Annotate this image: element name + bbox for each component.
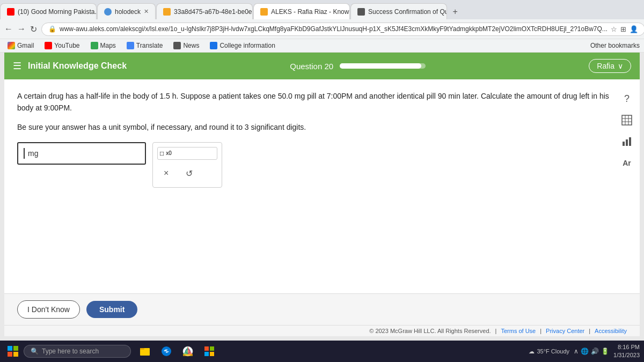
bookmark-translate[interactable]: Translate — [123, 41, 166, 50]
back-button[interactable]: ← — [4, 21, 13, 36]
text-icon: Ar — [623, 159, 631, 167]
tab-aleks-main[interactable]: ALEKS - Rafia Riaz - Knowledge... ✕ — [253, 3, 350, 19]
address-bar[interactable]: 🔒 www-awu.aleks.com/alekscgi/x/lsl.exe/1… — [41, 23, 644, 36]
tray-expand-icon[interactable]: ∧ — [574, 348, 579, 355]
svg-rect-14 — [204, 346, 209, 351]
user-name-label: Rafia — [597, 62, 614, 70]
tab-label-aleks-id: 33a8d475-a67b-48e1-be0e-115... — [174, 8, 253, 16]
cursor-bar — [24, 148, 25, 159]
taskbar-clock: 8:16 PM 1/31/2023 — [613, 343, 640, 360]
tab-close-holodeck[interactable]: ✕ — [144, 8, 149, 15]
terms-link[interactable]: Terms of Use — [501, 328, 536, 334]
separator-2: | — [540, 328, 541, 334]
file-explorer-icon — [139, 345, 151, 357]
edge-icon — [160, 345, 172, 357]
taskbar-edge-button[interactable] — [157, 342, 176, 361]
submit-button[interactable]: Submit — [86, 301, 137, 318]
network-icon[interactable]: 🌐 — [581, 348, 589, 355]
new-tab-button[interactable]: + — [448, 4, 463, 19]
clear-button[interactable]: × — [157, 166, 175, 181]
unit-label: mg — [28, 149, 38, 158]
table-icon — [621, 115, 632, 125]
taskbar-chrome-button[interactable] — [178, 342, 197, 361]
tab-success[interactable]: Success Confirmation of Questio... ✕ — [350, 3, 447, 19]
chevron-down-icon: ∨ — [618, 62, 623, 70]
url-text: www-awu.aleks.com/alekscgi/x/lsl.exe/1o_… — [60, 25, 608, 33]
forward-button[interactable]: → — [17, 21, 26, 36]
answer-area: mg □ x0 × ↺ — [17, 142, 627, 188]
profile-icon[interactable]: 👤 — [630, 25, 638, 33]
maps-icon — [91, 42, 98, 49]
tab-holodeck[interactable]: holodeck ✕ — [97, 3, 156, 19]
bookmark-gmail[interactable]: Gmail — [4, 41, 37, 50]
answer-input-box[interactable]: mg — [17, 142, 146, 165]
help-button[interactable]: ? — [618, 90, 635, 107]
bookmark-translate-label: Translate — [136, 42, 163, 49]
address-bar-row: ← → ↻ 🔒 www-awu.aleks.com/alekscgi/x/lsl… — [0, 19, 644, 39]
tab-youtube[interactable]: (10) Good Morning Pakista... ✕ — [0, 3, 97, 19]
taskbar: 🔍 Type here to search — [0, 341, 644, 362]
svg-rect-5 — [623, 142, 625, 146]
taskbar-store-button[interactable] — [200, 342, 219, 361]
accessibility-link[interactable]: Accessibility — [595, 328, 627, 334]
tab-favicon-holodeck — [104, 8, 112, 16]
aleks-footer: I Don't Know Submit — [4, 293, 640, 325]
hamburger-button[interactable]: ☰ — [13, 60, 21, 72]
question-label: Question 20 — [290, 62, 426, 71]
dont-know-button[interactable]: I Don't Know — [17, 300, 80, 319]
tab-label-success: Success Confirmation of Questio... — [368, 8, 447, 16]
question-number: Question 20 — [290, 62, 333, 71]
bookmark-college[interactable]: College information — [207, 41, 278, 50]
chart-button[interactable] — [618, 133, 635, 150]
undo-button[interactable]: ↺ — [179, 166, 199, 181]
symbol-panel: □ x0 × ↺ — [152, 142, 222, 188]
browser-window: (10) Good Morning Pakista... ✕ holodeck … — [0, 0, 644, 341]
bookmark-star-icon[interactable]: ☆ — [611, 25, 617, 33]
aleks-container: ☰ Initial Knowledge Check Question 20 Ra… — [4, 53, 640, 336]
other-bookmarks[interactable]: Other bookmarks — [590, 42, 640, 49]
user-menu-button[interactable]: Rafia ∨ — [589, 59, 631, 73]
bookmark-maps[interactable]: Maps — [87, 41, 119, 50]
privacy-link[interactable]: Privacy Center — [546, 328, 584, 334]
chart-icon — [621, 136, 632, 147]
tab-aleks-id[interactable]: 33a8d475-a67b-48e1-be0e-115... ✕ — [156, 3, 253, 19]
search-placeholder: Type here to search — [42, 348, 99, 355]
chrome-icon — [182, 345, 194, 357]
separator-1: | — [495, 328, 497, 334]
bookmark-youtube-label: YouTube — [54, 42, 79, 49]
bookmark-youtube[interactable]: YouTube — [41, 41, 83, 50]
svg-rect-0 — [622, 115, 632, 125]
store-icon — [203, 345, 215, 357]
page-content: ☰ Initial Knowledge Check Question 20 Ra… — [0, 53, 644, 341]
right-sidebar: ? — [618, 90, 635, 172]
tab-favicon-youtube — [7, 8, 14, 16]
address-bar-icons: ☆ ⊞ 👤 — [611, 25, 638, 33]
extension-icon[interactable]: ⊞ — [620, 25, 626, 33]
clock-time: 8:16 PM — [613, 343, 640, 351]
bookmark-news-label: News — [183, 42, 199, 49]
start-button[interactable] — [4, 343, 21, 360]
tab-favicon-success — [357, 8, 365, 16]
volume-icon[interactable]: 🔊 — [591, 348, 599, 355]
battery-icon[interactable]: 🔋 — [601, 348, 609, 355]
svg-rect-16 — [204, 352, 209, 356]
text-button[interactable]: Ar — [618, 154, 635, 172]
copyright-text: © 2023 McGraw Hill LLC. All Rights Reser… — [369, 328, 491, 334]
taskbar-sys-icons: ☁ 35°F Cloudy — [529, 348, 569, 355]
svg-rect-9 — [140, 348, 144, 350]
table-button[interactable] — [618, 112, 635, 129]
tab-label-holodeck: holodeck — [115, 8, 141, 16]
weather-text: 35°F Cloudy — [537, 348, 569, 354]
progress-bar-container — [340, 63, 426, 69]
svg-rect-7 — [629, 137, 631, 146]
weather-icon: ☁ — [529, 348, 535, 355]
svg-rect-6 — [626, 139, 628, 146]
bookmark-news[interactable]: News — [170, 41, 202, 50]
gmail-icon — [8, 42, 15, 49]
taskbar-search[interactable]: 🔍 Type here to search — [24, 345, 131, 358]
bookmark-gmail-label: Gmail — [17, 42, 34, 49]
aleks-header: ☰ Initial Knowledge Check Question 20 Ra… — [4, 53, 640, 79]
taskbar-explorer-button[interactable] — [135, 342, 155, 361]
refresh-button[interactable]: ↻ — [30, 21, 37, 36]
windows-icon — [8, 346, 18, 357]
